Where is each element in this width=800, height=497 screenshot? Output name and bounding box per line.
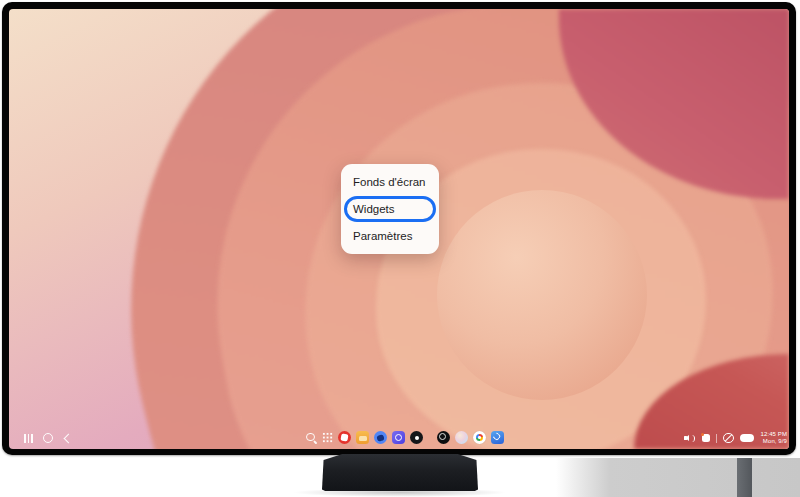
back-icon[interactable] <box>64 433 74 443</box>
tv-screen: Fonds d'écran Widgets Paramètres <box>9 9 789 449</box>
pinned-app-gallery-icon[interactable] <box>356 431 369 444</box>
remote-battery-icon[interactable] <box>740 434 754 443</box>
app-grid-icon[interactable] <box>322 432 333 443</box>
do-not-disturb-icon[interactable] <box>723 433 734 444</box>
taskbar-nav <box>24 433 72 443</box>
running-app-lens-icon[interactable] <box>437 431 450 444</box>
pinned-app-red-media-icon[interactable] <box>338 431 351 444</box>
tv-frame: Fonds d'écran Widgets Paramètres <box>2 2 796 455</box>
taskbar-status: 12:45 PM Mon, 9/9 <box>684 431 787 445</box>
notification-icon[interactable] <box>702 434 710 442</box>
search-icon[interactable] <box>305 432 317 444</box>
menu-item-parametres[interactable]: Paramètres <box>341 223 439 249</box>
background-gray-area <box>556 458 800 497</box>
context-menu: Fonds d'écran Widgets Paramètres <box>341 164 439 254</box>
wallpaper-highlight-circle <box>437 190 647 400</box>
running-app-ambient-icon[interactable] <box>455 431 468 444</box>
menu-item-fonds-decran[interactable]: Fonds d'écran <box>341 169 439 195</box>
tv-stand <box>322 454 478 491</box>
clock-date: Mon, 9/9 <box>763 438 787 445</box>
clock-time: 12:45 PM <box>761 431 787 438</box>
volume-icon[interactable] <box>684 433 696 443</box>
menu-item-widgets[interactable]: Widgets <box>344 196 436 222</box>
taskbar-dock <box>305 431 504 444</box>
pinned-app-messages-icon[interactable] <box>374 431 387 444</box>
status-divider <box>716 434 717 443</box>
clock[interactable]: 12:45 PM Mon, 9/9 <box>761 431 787 445</box>
running-app-office-icon[interactable] <box>491 431 504 444</box>
recent-apps-icon[interactable] <box>24 434 33 443</box>
running-app-photos-icon[interactable] <box>473 431 486 444</box>
pinned-app-camera-icon[interactable] <box>410 431 423 444</box>
background-gray-bar <box>737 458 752 497</box>
home-icon[interactable] <box>43 433 53 443</box>
pinned-app-internet-icon[interactable] <box>392 431 405 444</box>
